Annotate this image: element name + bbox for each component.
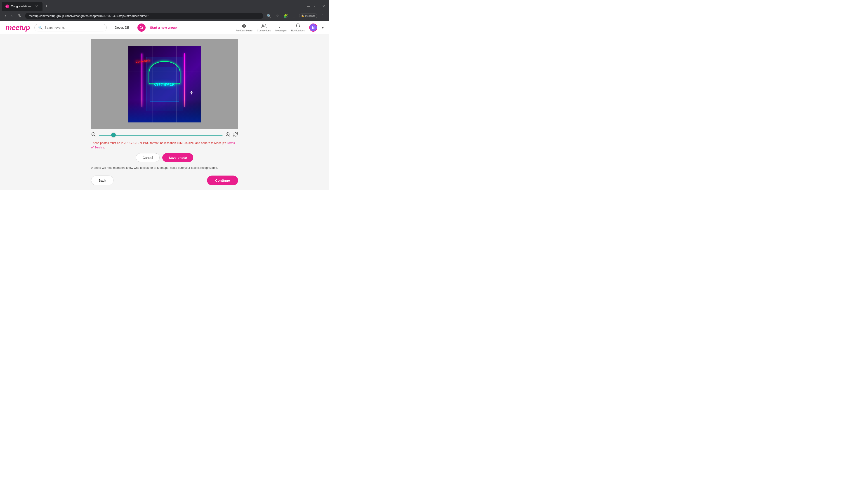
svg-text:m: m [6,5,8,7]
address-bar[interactable] [25,13,263,19]
svg-line-12 [229,135,230,136]
bookmark-button[interactable]: ☆ [274,13,281,19]
pro-dashboard-nav[interactable]: Pro Dashboard [236,23,252,32]
pro-dashboard-label: Pro Dashboard [236,29,252,32]
back-nav-button[interactable]: ‹ [3,13,8,19]
minimize-button[interactable]: ─ [305,3,312,9]
svg-rect-3 [242,24,244,26]
requirements-text: These photos must be in JPEG, GIF, or PN… [91,141,227,144]
svg-rect-6 [245,26,246,28]
svg-rect-4 [245,24,246,26]
meetup-logo[interactable]: meetup [5,24,30,32]
search-container: 🔍 [34,24,107,31]
extensions-button[interactable]: 🧩 [282,13,290,19]
zoom-reset-icon [233,132,238,137]
connections-nav[interactable]: Connections [257,23,271,32]
info-suffix: . [104,146,105,149]
svg-rect-5 [242,26,244,28]
connections-label: Connections [257,29,271,32]
search-lens-button[interactable]: 🔍 [265,13,273,19]
navigation-buttons: Back Continue [91,175,238,185]
photo-hint-text: A photo will help members know who to lo… [91,166,238,170]
profile-button[interactable]: ⊡ [291,13,297,19]
chevron-down-icon[interactable]: ▾ [322,26,324,30]
photo-canvas-area: Coca-Cola CITYWALK [91,39,238,129]
browser-toolbar: ‹ › ↻ 🔍 ☆ 🧩 ⊡ 🕵 Incognito ⋮ [0,11,329,21]
tab-close-button[interactable]: ✕ [34,4,39,9]
main-content: Coca-Cola CITYWALK [0,34,329,190]
svg-point-7 [262,24,264,26]
more-menu-button[interactable]: ⋮ [319,13,327,19]
notifications-nav[interactable]: Notifications [291,23,305,32]
location-button[interactable]: Dover, DE [111,24,133,31]
svg-point-1 [140,26,143,29]
incognito-label: Incognito [305,14,315,17]
photo-background: Coca-Cola CITYWALK [128,46,201,123]
tab-bar: m Congratulations ✕ + ─ ▭ ✕ [0,0,329,11]
zoom-in-button[interactable] [225,132,230,138]
tab-favicon: m [5,4,9,8]
messages-icon [278,23,284,29]
messages-nav[interactable]: Messages [275,23,287,32]
continue-button[interactable]: Continue [207,175,238,185]
zoom-controls [91,132,238,138]
messages-label: Messages [275,29,287,32]
svg-line-9 [94,135,95,136]
incognito-badge: 🕵 Incognito [299,13,317,18]
notifications-icon [295,23,301,29]
citywalk-sign: CITYWALK [143,83,186,87]
forward-nav-button[interactable]: › [9,13,14,19]
zoom-reset-button[interactable] [233,132,238,138]
close-window-button[interactable]: ✕ [320,3,327,9]
nav-icons: Pro Dashboard Connections Messages Notif… [236,23,324,32]
toolbar-icons: 🔍 ☆ 🧩 ⊡ [265,13,297,19]
browser-chrome: m Congratulations ✕ + ─ ▭ ✕ ‹ › ↻ 🔍 ☆ 🧩 … [0,0,329,21]
search-submit-icon [140,26,143,29]
cancel-button[interactable]: Cancel [136,153,160,162]
tab-title: Congratulations [11,4,32,8]
photo-editor: Coca-Cola CITYWALK [0,34,329,190]
notifications-label: Notifications [291,29,305,32]
zoom-slider-container [99,134,223,136]
connections-icon [261,23,267,29]
incognito-icon: 🕵 [301,14,304,18]
search-icon: 🔍 [38,26,43,30]
pro-dashboard-icon [241,23,247,29]
neon-right [184,53,185,107]
floor-lighting [128,103,201,123]
user-avatar[interactable]: M [309,24,317,32]
svg-line-2 [142,28,143,29]
zoom-slider-thumb[interactable] [111,133,116,137]
maximize-button[interactable]: ▭ [312,3,320,9]
zoom-out-icon [91,132,96,137]
active-tab[interactable]: m Congratulations ✕ [2,2,42,11]
save-photo-button[interactable]: Save photo [162,153,193,162]
zoom-in-icon [225,132,230,137]
back-button[interactable]: Back [91,175,114,185]
photo-requirements-info: These photos must be in JPEG, GIF, or PN… [91,141,238,150]
site-header: meetup 🔍 Dover, DE Start a new group Pro… [0,21,329,34]
search-submit-button[interactable] [137,24,146,32]
zoom-out-button[interactable] [91,132,96,138]
search-input[interactable] [44,26,103,29]
start-group-button[interactable]: Start a new group [150,26,177,29]
zoom-slider-track [99,135,223,135]
photo-preview[interactable]: Coca-Cola CITYWALK [128,46,201,123]
action-buttons: Cancel Save photo [136,153,193,162]
refresh-button[interactable]: ↻ [16,12,23,19]
drag-crosshair[interactable]: ✛ [190,90,193,96]
new-tab-button[interactable]: + [43,3,50,10]
